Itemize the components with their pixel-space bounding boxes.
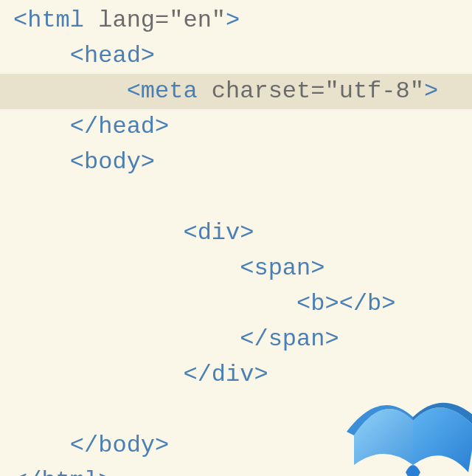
token-attr: lang: [84, 7, 155, 34]
token-angle: </: [183, 361, 211, 388]
token-eq: =: [155, 7, 169, 34]
token-angle: <: [70, 42, 84, 69]
token-tag: div: [198, 219, 240, 246]
token-eq: =: [310, 77, 324, 105]
token-angle: >: [226, 7, 240, 34]
code-line-8: <b></b>: [0, 286, 472, 322]
token-angle: </: [70, 113, 98, 140]
book-icon: [339, 376, 472, 476]
token-tag: meta: [141, 77, 198, 105]
token-tag: b: [367, 290, 381, 317]
token-tag: body: [98, 432, 155, 459]
token-tag: html: [41, 467, 98, 476]
token-angle: >: [324, 290, 339, 317]
token-tag: head: [84, 42, 141, 69]
token-tag: span: [254, 255, 310, 282]
token-angle: >: [141, 42, 155, 69]
code-line-3: </head>: [0, 109, 472, 145]
token-tag: head: [98, 113, 155, 140]
token-str: "en": [169, 7, 226, 34]
token-angle: <: [183, 219, 197, 246]
token-angle: >: [424, 77, 438, 105]
token-angle: <: [127, 77, 141, 105]
token-str: "utf-8": [324, 77, 423, 105]
token-angle: <: [296, 290, 310, 317]
token-angle: </: [240, 325, 268, 353]
code-line-9: </span>: [0, 322, 472, 357]
code-line-6: <div>: [0, 215, 472, 251]
token-attr: charset: [198, 77, 311, 105]
token-angle: </: [339, 290, 367, 317]
token-angle: >: [141, 148, 155, 176]
token-angle: >: [155, 113, 169, 140]
code-line-5: [0, 180, 472, 215]
token-tag: html: [27, 7, 84, 34]
token-angle: >: [381, 290, 395, 317]
token-angle: >: [240, 219, 254, 246]
token-tag: body: [84, 148, 141, 176]
token-angle: >: [155, 432, 169, 459]
token-angle: >: [324, 325, 339, 353]
code-line-4: <body>: [0, 145, 472, 180]
token-angle: <: [13, 7, 27, 34]
code-line-7: <span>: [0, 251, 472, 286]
code-line-2: <meta charset="utf-8">: [0, 74, 472, 109]
code-line-0: <html lang="en">: [0, 3, 472, 38]
token-tag: b: [310, 290, 324, 317]
token-angle: >: [254, 361, 268, 388]
token-angle: </: [70, 432, 98, 459]
token-angle: <: [240, 255, 254, 282]
token-tag: span: [268, 325, 325, 353]
token-tag: div: [212, 361, 254, 388]
token-angle: <: [70, 148, 84, 176]
token-angle: </: [13, 467, 41, 476]
code-line-1: <head>: [0, 38, 472, 74]
token-angle: >: [310, 255, 324, 282]
token-angle: >: [98, 467, 112, 476]
